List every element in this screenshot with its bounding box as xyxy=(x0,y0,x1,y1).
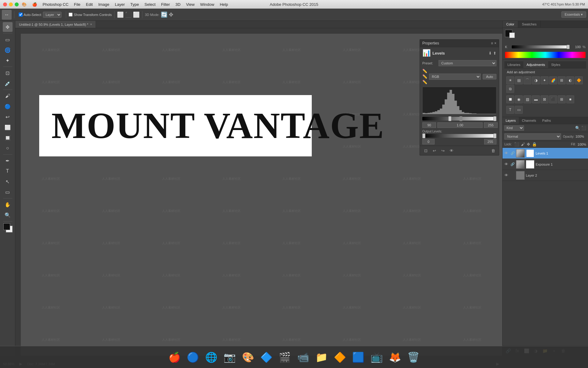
layer-select[interactable]: Layer Group xyxy=(43,12,62,18)
black-point-thumb[interactable] xyxy=(448,116,451,121)
dock-chrome[interactable]: 🔵 xyxy=(184,349,202,366)
eyedropper-tool[interactable]: 💉 xyxy=(3,79,13,88)
adj-brightness-btn[interactable]: ☀ xyxy=(506,76,514,84)
filter-toggle-icon[interactable]: ⬛ xyxy=(581,126,586,130)
layer-item[interactable]: 👁 🔗 Levels 1 xyxy=(503,148,588,159)
midtone-thumb[interactable] xyxy=(459,116,462,121)
output-white-input[interactable]: 255 xyxy=(484,139,496,144)
output-white-thumb[interactable] xyxy=(493,133,496,138)
white-point-eyedropper[interactable]: ✏️ xyxy=(422,80,427,84)
adj-threshold-btn[interactable]: ▧ xyxy=(523,95,531,103)
adj-selective-btn[interactable]: ◉ xyxy=(515,95,523,103)
adj-posterize-btn[interactable]: ⊠ xyxy=(541,95,548,103)
close-button[interactable] xyxy=(3,2,7,6)
adj-colorbalance-btn[interactable]: ⊞ xyxy=(558,76,566,84)
channel-select[interactable]: RGB Red Green Blue xyxy=(429,74,481,80)
adj-gradient-btn[interactable]: ▬ xyxy=(532,95,540,103)
adj-shape-btn[interactable]: ▭ xyxy=(515,106,523,114)
menu-file[interactable]: File xyxy=(72,2,83,7)
eraser-tool[interactable]: ⬜ xyxy=(3,122,13,132)
marquee-tool[interactable]: ▭ xyxy=(3,35,13,44)
gray-point-eyedropper[interactable]: ✏️ xyxy=(422,74,427,79)
path-select-tool[interactable]: ↖ xyxy=(3,177,13,186)
dodge-tool[interactable]: ○ xyxy=(3,143,13,153)
clip-to-layer-btn[interactable]: ⊡ xyxy=(422,147,429,154)
preset-select[interactable]: Custom Default Increase Contrast 1 Incre… xyxy=(439,60,496,66)
clip-above-icon[interactable]: ⬆ xyxy=(493,51,496,56)
dock-premiere[interactable]: 📹 xyxy=(295,349,312,366)
zoom-tool[interactable]: 🔍 xyxy=(3,210,13,220)
doc-tab[interactable]: Untitled-1 @ 50.9% (Levels 1, Layer Mask… xyxy=(15,21,96,28)
set-prev-btn[interactable]: ↩ xyxy=(431,147,438,154)
tab-styles[interactable]: Styles xyxy=(548,61,564,68)
menu-edit[interactable]: Edit xyxy=(84,2,95,7)
auto-select-checkbox[interactable] xyxy=(19,13,23,17)
dock-trash[interactable]: 🗑️ xyxy=(405,349,422,366)
hand-tool[interactable]: ✋ xyxy=(3,200,13,209)
output-black-input[interactable]: 0 xyxy=(422,139,435,144)
layer-item[interactable]: 👁 🔗 Exposure 1 xyxy=(503,159,588,170)
adj-colormatch-btn[interactable]: 🔲 xyxy=(506,95,514,103)
white-point-thumb[interactable] xyxy=(493,116,496,121)
input-levels-track[interactable] xyxy=(422,117,496,121)
clip-below-icon[interactable]: ⬇ xyxy=(488,51,492,56)
white-point-input[interactable]: 255 xyxy=(484,122,498,128)
color-bg-swatch[interactable] xyxy=(509,33,515,38)
tab-paths[interactable]: Paths xyxy=(539,117,554,124)
crop-tool[interactable]: ⊡ xyxy=(3,68,13,78)
menu-3d[interactable]: 3D xyxy=(173,2,183,7)
menu-layer[interactable]: Layer xyxy=(112,2,127,7)
adj-photo-btn[interactable]: 🔶 xyxy=(575,76,583,84)
dock-quicktime[interactable]: 📺 xyxy=(368,349,385,366)
close-icon[interactable]: × xyxy=(494,41,496,45)
black-point-eyedropper[interactable]: ✏️ xyxy=(422,69,427,73)
dock-photoshop[interactable]: 🎨 xyxy=(239,349,257,366)
menu-apple[interactable]: 🍎 xyxy=(30,2,40,7)
layer-visibility-icon[interactable]: 👁 xyxy=(504,173,509,178)
expand-icon[interactable]: ≡ xyxy=(491,41,493,45)
maximize-button[interactable] xyxy=(15,2,19,6)
menu-help[interactable]: Help xyxy=(217,2,231,7)
menu-filter[interactable]: Filter xyxy=(159,2,172,7)
adj-hsl-btn[interactable]: 🌈 xyxy=(549,76,557,84)
lock-all-icon[interactable]: 🔒 xyxy=(532,142,537,147)
adj-curves-btn[interactable]: ⌒ xyxy=(523,76,531,84)
align-center-btn[interactable]: ⬛ xyxy=(125,11,132,18)
blend-mode-select[interactable]: Normal Dissolve Multiply Screen Overlay xyxy=(504,133,561,140)
tab-libraries[interactable]: Libraries xyxy=(504,61,523,68)
3d-pan-btn[interactable]: ✥ xyxy=(169,11,173,18)
show-transform-checkbox[interactable] xyxy=(69,13,73,17)
menu-view[interactable]: View xyxy=(183,2,197,7)
adj-pattern-btn[interactable]: ⊞ xyxy=(558,95,566,103)
dock-aftereffects[interactable]: 🎬 xyxy=(276,349,293,366)
essentials-button[interactable]: Essentials ▾ xyxy=(561,11,586,18)
lock-image-icon[interactable]: 🖌 xyxy=(521,142,525,147)
minimize-button[interactable] xyxy=(9,2,13,6)
show-transform-label[interactable]: Show Transform Controls xyxy=(69,13,112,17)
visibility-btn[interactable]: 👁 xyxy=(448,147,455,154)
adj-solid-btn[interactable]: ■ xyxy=(566,95,574,103)
canvas-document[interactable]: Mount Vantage xyxy=(39,95,312,156)
color-spectrum[interactable] xyxy=(505,52,586,58)
menu-type[interactable]: Type xyxy=(128,2,141,7)
layer-visibility-icon[interactable]: 👁 xyxy=(504,151,509,155)
auto-button[interactable]: Auto xyxy=(483,74,496,79)
dock-photos[interactable]: 📷 xyxy=(221,349,238,366)
dock-bridge[interactable]: 📁 xyxy=(313,349,330,366)
move-tool-btn[interactable]: ↔ xyxy=(2,10,12,20)
adj-bw-btn[interactable]: ◐ xyxy=(566,76,574,84)
dock-finder[interactable]: 🍎 xyxy=(166,349,183,366)
menu-image[interactable]: Image xyxy=(96,2,112,7)
lock-position-icon[interactable]: ✥ xyxy=(527,142,530,147)
adj-invert-btn[interactable]: ⬛ xyxy=(549,95,557,103)
output-slider-track[interactable] xyxy=(422,134,496,138)
menu-photoshop[interactable]: Photoshop CC xyxy=(40,2,71,7)
tab-channels[interactable]: Channels xyxy=(519,117,539,124)
color-swatch-area[interactable] xyxy=(3,223,13,232)
dock-pocket[interactable]: 🌐 xyxy=(203,349,220,366)
gradient-tool[interactable]: 🔲 xyxy=(3,133,13,143)
move-tool[interactable]: ✥ xyxy=(3,22,13,32)
text-tool[interactable]: T xyxy=(3,166,13,176)
history-tool[interactable]: ↩ xyxy=(3,112,13,122)
align-right-btn[interactable]: ⬜ xyxy=(133,11,140,18)
